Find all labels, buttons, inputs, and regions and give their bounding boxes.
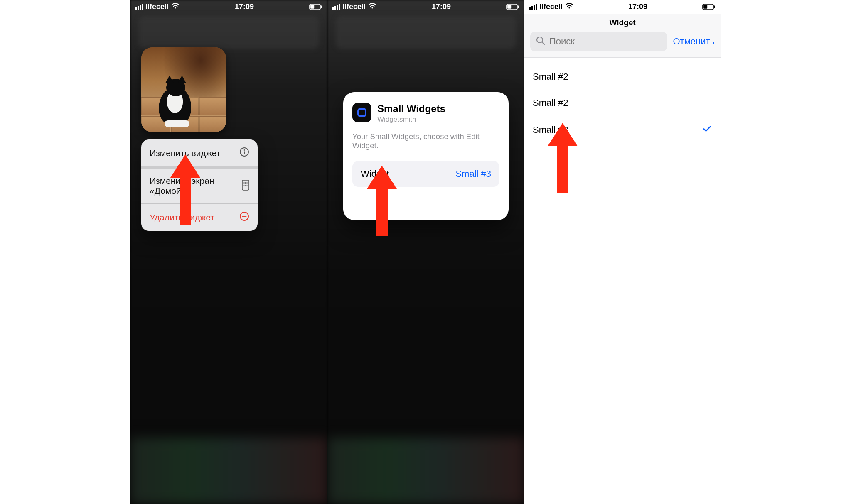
svg-rect-19 <box>507 5 511 9</box>
svg-rect-5 <box>244 151 245 154</box>
picker-option[interactable]: Small #2 <box>524 64 721 90</box>
status-bar: lifecell 17:09 <box>327 0 524 13</box>
svg-point-12 <box>246 183 247 184</box>
widget-photo <box>141 47 226 132</box>
svg-point-9 <box>246 181 247 182</box>
battery-icon <box>506 4 519 10</box>
checkmark-icon <box>702 124 712 136</box>
picker-title: Widget <box>524 18 721 27</box>
status-time: 17:09 <box>628 2 647 11</box>
screenshot-3: lifecell 17:09 Widget <box>524 0 721 504</box>
svg-rect-1 <box>310 5 314 9</box>
wifi-icon <box>565 2 573 11</box>
card-description: Your Small Widgets, choose with Edit Wid… <box>352 132 499 150</box>
svg-point-10 <box>243 183 244 184</box>
signal-icon <box>135 4 143 10</box>
dock-blur <box>327 438 524 504</box>
signal-icon <box>332 4 340 10</box>
wifi-icon <box>368 2 376 11</box>
status-time: 17:09 <box>432 2 451 11</box>
cancel-button[interactable]: Отменить <box>673 36 715 47</box>
picker-option[interactable]: Small #2 <box>524 90 721 116</box>
status-time: 17:09 <box>235 2 254 11</box>
svg-point-15 <box>246 185 247 186</box>
svg-rect-17 <box>242 216 247 217</box>
arrow-annotation <box>367 166 397 236</box>
arrow-annotation <box>548 123 578 193</box>
search-icon <box>536 36 545 47</box>
option-label: Small #2 <box>533 98 568 108</box>
minus-circle-icon <box>239 211 249 223</box>
svg-point-11 <box>245 183 246 184</box>
svg-point-7 <box>243 181 244 182</box>
search-input[interactable] <box>530 32 667 51</box>
svg-point-8 <box>245 181 246 182</box>
apps-grid-icon <box>242 180 249 193</box>
svg-rect-22 <box>703 5 707 9</box>
widgetsmith-icon <box>352 103 371 122</box>
signal-icon <box>529 4 537 10</box>
arrow-annotation <box>170 154 200 225</box>
screenshot-1: lifecell 17:09 И <box>130 0 327 504</box>
svg-point-13 <box>243 185 244 186</box>
battery-icon <box>309 4 322 10</box>
widget-row-value: Small #3 <box>455 169 491 179</box>
search-input-field[interactable] <box>549 36 661 47</box>
photo-widget[interactable] <box>141 47 226 132</box>
info-icon <box>239 147 249 159</box>
dock-blur <box>130 438 327 504</box>
card-subtitle: Widgetsmith <box>377 115 445 124</box>
svg-rect-20 <box>518 5 519 8</box>
carrier-label: lifecell <box>539 2 563 11</box>
wifi-icon <box>171 2 180 11</box>
home-blur-bg <box>327 0 524 504</box>
picker-header: Widget Отменить <box>524 14 721 58</box>
svg-line-25 <box>542 42 545 45</box>
carrier-label: lifecell <box>342 2 366 11</box>
battery-icon <box>702 4 716 10</box>
blurred-header <box>139 16 319 49</box>
svg-rect-23 <box>714 5 715 8</box>
option-label: Small #2 <box>533 71 568 82</box>
svg-rect-2 <box>321 5 322 8</box>
blurred-header <box>336 16 516 49</box>
card-title: Small Widgets <box>377 103 445 115</box>
status-bar: lifecell 17:09 <box>524 0 721 13</box>
svg-point-14 <box>245 185 246 186</box>
svg-point-4 <box>244 149 245 151</box>
status-bar: lifecell 17:09 <box>130 0 327 13</box>
screenshot-2: lifecell 17:09 Small Widgets Widgetsmith… <box>327 0 524 504</box>
carrier-label: lifecell <box>145 2 169 11</box>
